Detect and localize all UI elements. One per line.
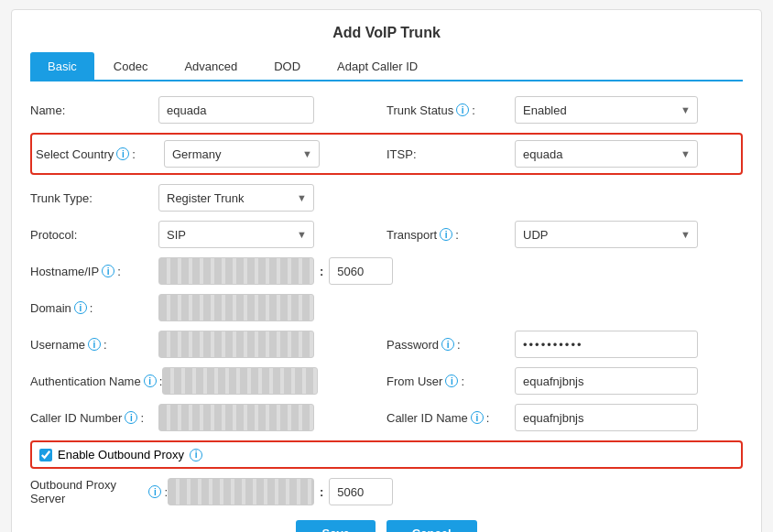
col-itsp: ITSP: equada ▼ bbox=[386, 140, 737, 168]
name-input[interactable] bbox=[158, 96, 314, 124]
outbound-proxy-server-info-icon[interactable]: i bbox=[148, 485, 161, 498]
hostname-input-blurred[interactable] bbox=[158, 257, 314, 285]
row-callerid: Caller ID Number i: Caller ID Name i: bbox=[30, 404, 743, 431]
col-caller-id-number: Caller ID Number i: bbox=[30, 404, 386, 431]
username-label: Username i: bbox=[30, 338, 158, 352]
tab-dod[interactable]: DOD bbox=[256, 52, 318, 80]
col-from-user: From User i: bbox=[386, 367, 743, 395]
protocol-label: Protocol: bbox=[30, 228, 158, 242]
country-select[interactable]: Germany USA UK bbox=[164, 140, 320, 168]
enable-outbound-proxy-label: Enable Outbound Proxy bbox=[58, 448, 184, 461]
auth-name-info-icon[interactable]: i bbox=[144, 375, 157, 387]
row-hostname: Hostname/IP i: : bbox=[30, 257, 743, 285]
caller-id-number-input-blurred[interactable] bbox=[158, 404, 314, 431]
col-caller-id-name: Caller ID Name i: bbox=[386, 404, 743, 431]
caller-id-number-info-icon[interactable]: i bbox=[125, 411, 137, 424]
username-info-icon[interactable]: i bbox=[88, 338, 101, 351]
col-username: Username i: bbox=[30, 331, 386, 358]
domain-info-icon[interactable]: i bbox=[74, 301, 87, 314]
outbound-proxy-server-label: Outbound Proxy Server i: bbox=[30, 478, 168, 505]
enable-outbound-proxy-checkbox[interactable] bbox=[39, 449, 52, 461]
outbound-proxy-server-input-blurred[interactable] bbox=[168, 478, 314, 505]
transport-info-icon[interactable]: i bbox=[440, 228, 452, 241]
transport-select[interactable]: UDP TCP TLS bbox=[515, 221, 698, 248]
country-select-wrap: Germany USA UK ▼ bbox=[164, 140, 320, 168]
highlighted-country-itsp-row: Select Country i: Germany USA UK ▼ ITSP: bbox=[30, 133, 743, 175]
row-protocol-transport: Protocol: SIP IAX2 ▼ Transport i: UDP TC… bbox=[30, 221, 743, 248]
row-username-password: Username i: Password i: bbox=[30, 331, 743, 358]
tab-adapt-caller-id[interactable]: Adapt Caller ID bbox=[320, 52, 435, 80]
col-transport: Transport i: UDP TCP TLS ▼ bbox=[386, 221, 743, 248]
page-title: Add VoIP Trunk bbox=[30, 25, 743, 41]
auth-name-input-blurred[interactable] bbox=[162, 367, 318, 395]
select-country-label: Select Country i: bbox=[36, 147, 164, 161]
itsp-select-wrap: equada ▼ bbox=[515, 140, 698, 168]
col-hostname: Hostname/IP i: : bbox=[30, 257, 393, 285]
select-country-info-icon[interactable]: i bbox=[116, 147, 129, 160]
col-country: Select Country i: Germany USA UK ▼ bbox=[36, 140, 386, 168]
name-label: Name: bbox=[30, 103, 158, 117]
from-user-info-icon[interactable]: i bbox=[445, 375, 458, 387]
tab-bar: Basic Codec Advanced DOD Adapt Caller ID bbox=[30, 52, 743, 81]
itsp-label: ITSP: bbox=[386, 147, 515, 161]
password-info-icon[interactable]: i bbox=[441, 338, 454, 351]
from-user-label: From User i: bbox=[386, 375, 515, 388]
col-domain: Domain i: bbox=[30, 294, 386, 321]
row-country-itsp: Select Country i: Germany USA UK ▼ ITSP: bbox=[36, 140, 737, 168]
button-row: Save Cancel bbox=[30, 520, 743, 532]
domain-label: Domain i: bbox=[30, 301, 158, 315]
trunk-status-select[interactable]: Enabled Disabled bbox=[515, 96, 698, 124]
col-auth-name: Authentication Name i: bbox=[30, 367, 386, 395]
username-input-blurred[interactable] bbox=[158, 331, 314, 358]
col-trunk-type: Trunk Type: Register Trunk Peer Trunk ▼ bbox=[30, 184, 386, 212]
highlighted-outbound-proxy-row: Enable Outbound Proxy i bbox=[30, 440, 743, 469]
col-name: Name: bbox=[30, 96, 386, 124]
itsp-select[interactable]: equada bbox=[515, 140, 698, 168]
outbound-proxy-port-input[interactable] bbox=[329, 478, 393, 505]
trunk-type-label: Trunk Type: bbox=[30, 191, 158, 205]
caller-id-name-info-icon[interactable]: i bbox=[471, 411, 484, 424]
trunk-type-select-wrap: Register Trunk Peer Trunk ▼ bbox=[158, 184, 314, 212]
row-domain: Domain i: bbox=[30, 294, 743, 321]
caller-id-number-label: Caller ID Number i: bbox=[30, 411, 158, 425]
caller-id-name-label: Caller ID Name i: bbox=[386, 411, 515, 425]
password-input[interactable] bbox=[515, 331, 698, 358]
protocol-select-wrap: SIP IAX2 ▼ bbox=[158, 221, 314, 248]
save-button[interactable]: Save bbox=[296, 520, 375, 532]
tab-codec[interactable]: Codec bbox=[96, 52, 166, 80]
password-label: Password i: bbox=[386, 338, 515, 352]
auth-name-label: Authentication Name i: bbox=[30, 375, 162, 388]
main-container: Add VoIP Trunk Basic Codec Advanced DOD … bbox=[11, 9, 762, 532]
transport-label: Transport i: bbox=[386, 228, 515, 242]
from-user-input[interactable] bbox=[515, 367, 698, 395]
row-trunk-type: Trunk Type: Register Trunk Peer Trunk ▼ bbox=[30, 184, 743, 212]
col-outbound-proxy-server: Outbound Proxy Server i: : bbox=[30, 478, 393, 505]
col-trunk-status: Trunk Status i: Enabled Disabled ▼ bbox=[386, 96, 743, 124]
hostname-port-input[interactable] bbox=[329, 257, 393, 285]
hostname-info-icon[interactable]: i bbox=[102, 265, 114, 277]
transport-select-wrap: UDP TCP TLS ▼ bbox=[515, 221, 698, 248]
trunk-status-label: Trunk Status i: bbox=[386, 103, 515, 117]
tab-basic[interactable]: Basic bbox=[30, 52, 94, 80]
enable-outbound-proxy-wrap: Enable Outbound Proxy i bbox=[39, 448, 734, 461]
row-name: Name: Trunk Status i: Enabled Disabled ▼ bbox=[30, 96, 743, 124]
tab-advanced[interactable]: Advanced bbox=[167, 52, 255, 80]
trunk-status-info-icon[interactable]: i bbox=[456, 103, 469, 116]
trunk-type-select[interactable]: Register Trunk Peer Trunk bbox=[158, 184, 314, 212]
row-outbound-proxy-server: Outbound Proxy Server i: : bbox=[30, 478, 743, 505]
row-auth-fromuser: Authentication Name i: From User i: bbox=[30, 367, 743, 395]
enable-outbound-proxy-info-icon[interactable]: i bbox=[190, 449, 202, 461]
protocol-select[interactable]: SIP IAX2 bbox=[158, 221, 314, 248]
col-password: Password i: bbox=[386, 331, 743, 358]
domain-input-blurred[interactable] bbox=[158, 294, 314, 321]
caller-id-name-input[interactable] bbox=[515, 404, 698, 431]
hostname-label: Hostname/IP i: bbox=[30, 265, 158, 278]
cancel-button[interactable]: Cancel bbox=[386, 520, 477, 532]
trunk-status-select-wrap: Enabled Disabled ▼ bbox=[515, 96, 698, 124]
col-protocol: Protocol: SIP IAX2 ▼ bbox=[30, 221, 386, 248]
